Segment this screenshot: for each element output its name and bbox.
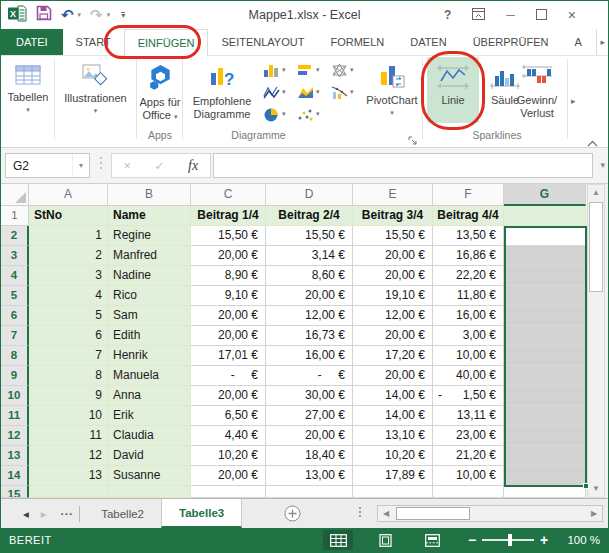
ribbon-display-options-button[interactable] bbox=[472, 8, 485, 22]
cell-B13[interactable]: David bbox=[108, 446, 191, 466]
sparkline-winloss-button[interactable]: Gewinn/Verlust bbox=[509, 57, 565, 123]
cell-E2[interactable]: 15,50 € bbox=[353, 226, 433, 246]
cell-G9[interactable] bbox=[504, 366, 586, 386]
ribbon-tab-daten[interactable]: DATEN bbox=[397, 29, 459, 55]
ribbon-tab-a[interactable]: A bbox=[561, 29, 594, 55]
cell-C1[interactable]: Beitrag 1/4 bbox=[191, 206, 266, 226]
cell-A9[interactable]: 8 bbox=[29, 366, 108, 386]
vertical-scroll-thumb[interactable] bbox=[589, 202, 603, 292]
row-header-2[interactable]: 2 bbox=[1, 226, 29, 246]
cell-D11[interactable]: 27,00 € bbox=[266, 406, 353, 426]
undo-button[interactable]: ↶ bbox=[61, 6, 74, 24]
ribbon-tab-einfgen[interactable]: EINFÜGEN bbox=[124, 29, 209, 56]
maximize-button[interactable] bbox=[536, 9, 547, 22]
cell-C9[interactable]: - € bbox=[191, 366, 266, 386]
cell-F7[interactable]: 3,00 € bbox=[433, 326, 504, 346]
cell-B7[interactable]: Edith bbox=[108, 326, 191, 346]
tables-group-button[interactable]: Tabellen ▾ bbox=[2, 57, 54, 142]
row-header-14[interactable]: 14 bbox=[1, 466, 29, 486]
cell-B12[interactable]: Claudia bbox=[108, 426, 191, 446]
cell-C14[interactable]: 20,00 € bbox=[191, 466, 266, 486]
new-sheet-button[interactable] bbox=[284, 499, 301, 528]
row-header-10[interactable]: 10 bbox=[1, 386, 29, 406]
scroll-left-button[interactable]: ◀ bbox=[378, 506, 394, 521]
cell-D4[interactable]: 8,60 € bbox=[266, 266, 353, 286]
zoom-in-button[interactable]: + bbox=[536, 532, 552, 548]
save-button[interactable] bbox=[36, 5, 52, 25]
help-button[interactable]: ? bbox=[444, 9, 451, 21]
cell-B6[interactable]: Sam bbox=[108, 306, 191, 326]
cell-F3[interactable]: 16,86 € bbox=[433, 246, 504, 266]
cell-D1[interactable]: Beitrag 2/4 bbox=[266, 206, 353, 226]
cell-C12[interactable]: 4,40 € bbox=[191, 426, 266, 446]
cell-A7[interactable]: 6 bbox=[29, 326, 108, 346]
cell-F11[interactable]: 13,11 € bbox=[433, 406, 504, 426]
close-button[interactable]: × bbox=[568, 8, 576, 22]
zoom-out-button[interactable]: − bbox=[464, 532, 480, 548]
tab-bar-splitter[interactable] bbox=[359, 507, 361, 517]
scroll-down-button[interactable]: ▼ bbox=[588, 481, 604, 497]
cell-E7[interactable]: 20,00 € bbox=[353, 326, 433, 346]
cell-D2[interactable]: 15,50 € bbox=[266, 226, 353, 246]
insert-area-chart-button[interactable]: ▾ bbox=[297, 82, 329, 102]
cell-D6[interactable]: 12,00 € bbox=[266, 306, 353, 326]
row-header-5[interactable]: 5 bbox=[1, 286, 29, 306]
cell-E13[interactable]: 10,20 € bbox=[353, 446, 433, 466]
horizontal-scroll-thumb[interactable] bbox=[396, 507, 470, 520]
sheet-tab-tabelle3[interactable]: Tabelle3 bbox=[161, 499, 242, 528]
cell-G8[interactable] bbox=[504, 346, 586, 366]
cell-B1[interactable]: Name bbox=[108, 206, 191, 226]
tab-scroll-right-button[interactable]: ▸ bbox=[596, 29, 608, 55]
row-header-12[interactable]: 12 bbox=[1, 426, 29, 446]
cell-D3[interactable]: 3,14 € bbox=[266, 246, 353, 266]
next-sheet-button[interactable]: ▸ bbox=[41, 507, 47, 521]
column-header-A[interactable]: A bbox=[29, 184, 108, 206]
cell-G1[interactable] bbox=[504, 206, 586, 226]
sparkline-line-button[interactable]: Linie bbox=[427, 57, 479, 123]
cell-E8[interactable]: 17,20 € bbox=[353, 346, 433, 366]
insert-stock-chart-button[interactable]: ▾ bbox=[331, 82, 363, 102]
cell-A6[interactable]: 5 bbox=[29, 306, 108, 326]
enter-button[interactable]: ✓ bbox=[154, 159, 164, 173]
zoom-level[interactable]: 100 % bbox=[552, 534, 600, 546]
insert-scatter-chart-button[interactable]: ▾ bbox=[297, 104, 329, 124]
row-header-3[interactable]: 3 bbox=[1, 246, 29, 266]
row-header-1[interactable]: 1 bbox=[1, 206, 29, 226]
cell-F5[interactable]: 11,80 € bbox=[433, 286, 504, 306]
cell-F1[interactable]: Beitrag 4/4 bbox=[433, 206, 504, 226]
row-header-6[interactable]: 6 bbox=[1, 306, 29, 326]
undo-dropdown[interactable]: ▾ bbox=[78, 11, 82, 19]
scroll-up-button[interactable]: ▲ bbox=[588, 185, 604, 201]
cell-C8[interactable]: 17,01 € bbox=[191, 346, 266, 366]
insert-line-chart-button[interactable]: ▾ bbox=[263, 82, 295, 102]
cell-E6[interactable]: 12,00 € bbox=[353, 306, 433, 326]
cell-G13[interactable] bbox=[504, 446, 586, 466]
cell-F4[interactable]: 22,20 € bbox=[433, 266, 504, 286]
cell-B10[interactable]: Anna bbox=[108, 386, 191, 406]
column-header-D[interactable]: D bbox=[266, 184, 353, 206]
cell-A4[interactable]: 3 bbox=[29, 266, 108, 286]
cell-F13[interactable]: 21,20 € bbox=[433, 446, 504, 466]
cell-F8[interactable]: 10,00 € bbox=[433, 346, 504, 366]
row-header-11[interactable]: 11 bbox=[1, 406, 29, 426]
cell-C5[interactable]: 9,10 € bbox=[191, 286, 266, 306]
column-header-C[interactable]: C bbox=[191, 184, 266, 206]
cell-B15[interactable] bbox=[108, 486, 191, 498]
cell-A12[interactable]: 11 bbox=[29, 426, 108, 446]
column-header-B[interactable]: B bbox=[108, 184, 191, 206]
cell-E14[interactable]: 17,89 € bbox=[353, 466, 433, 486]
cell-G5[interactable] bbox=[504, 286, 586, 306]
formula-input[interactable] bbox=[213, 153, 593, 178]
horizontal-scrollbar[interactable]: ◀ ▶ bbox=[377, 505, 603, 522]
row-header-9[interactable]: 9 bbox=[1, 366, 29, 386]
cell-C2[interactable]: 15,50 € bbox=[191, 226, 266, 246]
page-layout-view-button[interactable] bbox=[370, 530, 400, 550]
cell-G11[interactable] bbox=[504, 406, 586, 426]
cell-D13[interactable]: 18,40 € bbox=[266, 446, 353, 466]
cell-C10[interactable]: 20,00 € bbox=[191, 386, 266, 406]
cell-D12[interactable]: 20,00 € bbox=[266, 426, 353, 446]
cell-D15[interactable] bbox=[266, 486, 353, 498]
insert-column-chart-button[interactable]: ▾ bbox=[263, 60, 295, 80]
row-header-13[interactable]: 13 bbox=[1, 446, 29, 466]
cell-E11[interactable]: 14,00 € bbox=[353, 406, 433, 426]
